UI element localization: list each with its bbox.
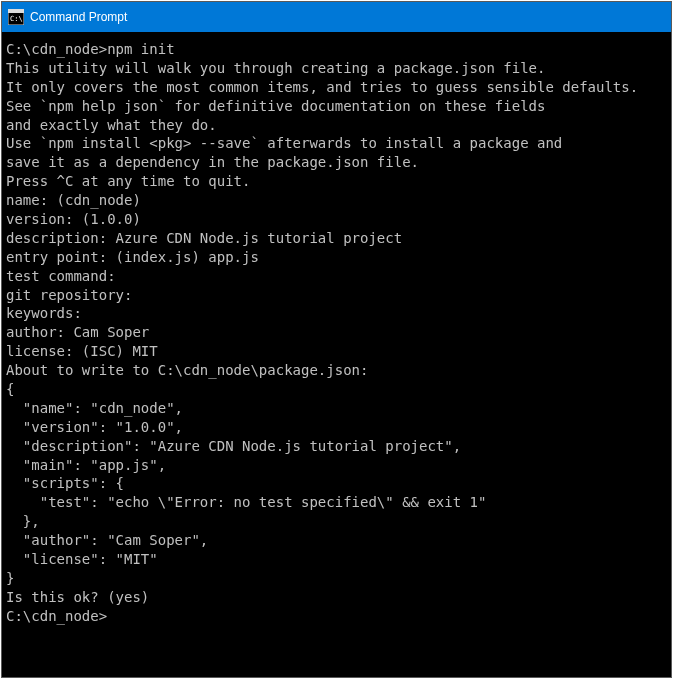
terminal-line: } — [6, 569, 665, 588]
svg-text:C:\: C:\ — [10, 15, 23, 23]
terminal-line: It only covers the most common items, an… — [6, 78, 665, 97]
terminal-line: "scripts": { — [6, 474, 665, 493]
terminal-line: Is this ok? (yes) — [6, 588, 665, 607]
terminal-line: This utility will walk you through creat… — [6, 59, 665, 78]
terminal-line: "description": "Azure CDN Node.js tutori… — [6, 437, 665, 456]
terminal-line: description: Azure CDN Node.js tutorial … — [6, 229, 665, 248]
terminal-line: C:\cdn_node> — [6, 607, 665, 626]
terminal-line: git repository: — [6, 286, 665, 305]
terminal-line: and exactly what they do. — [6, 116, 665, 135]
terminal-line: C:\cdn_node>npm init — [6, 40, 665, 59]
terminal-output[interactable]: C:\cdn_node>npm initThis utility will wa… — [2, 32, 671, 677]
terminal-line: "main": "app.js", — [6, 456, 665, 475]
terminal-line: }, — [6, 512, 665, 531]
titlebar[interactable]: C:\ Command Prompt — [2, 2, 671, 32]
terminal-line: "version": "1.0.0", — [6, 418, 665, 437]
terminal-line: Use `npm install <pkg> --save` afterward… — [6, 134, 665, 153]
window-title: Command Prompt — [30, 10, 127, 24]
terminal-line: name: (cdn_node) — [6, 191, 665, 210]
terminal-line: save it as a dependency in the package.j… — [6, 153, 665, 172]
terminal-line: "name": "cdn_node", — [6, 399, 665, 418]
terminal-line: "test": "echo \"Error: no test specified… — [6, 493, 665, 512]
terminal-line: { — [6, 380, 665, 399]
terminal-line: Press ^C at any time to quit. — [6, 172, 665, 191]
terminal-line: author: Cam Soper — [6, 323, 665, 342]
terminal-line: entry point: (index.js) app.js — [6, 248, 665, 267]
command-prompt-icon: C:\ — [8, 9, 24, 25]
svg-rect-1 — [8, 9, 24, 13]
terminal-line: keywords: — [6, 304, 665, 323]
terminal-line: "author": "Cam Soper", — [6, 531, 665, 550]
terminal-line: See `npm help json` for definitive docum… — [6, 97, 665, 116]
command-prompt-window: C:\ Command Prompt C:\cdn_node>npm initT… — [1, 1, 672, 678]
terminal-line: About to write to C:\cdn_node\package.js… — [6, 361, 665, 380]
terminal-line: version: (1.0.0) — [6, 210, 665, 229]
terminal-line: test command: — [6, 267, 665, 286]
terminal-line: "license": "MIT" — [6, 550, 665, 569]
terminal-line: license: (ISC) MIT — [6, 342, 665, 361]
